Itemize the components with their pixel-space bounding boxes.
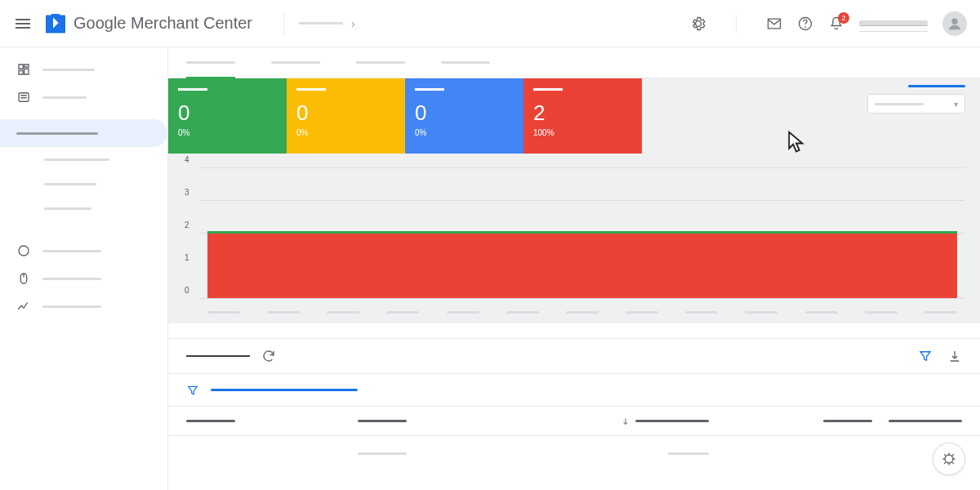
- y-tick: 4: [185, 155, 189, 164]
- sidebar-subitem-2[interactable]: [0, 172, 167, 196]
- kpi-label: [178, 88, 207, 91]
- kpi-label: [296, 88, 326, 91]
- circle-icon: [16, 243, 31, 258]
- sidebar-item-label: [16, 132, 98, 135]
- column-header[interactable]: [186, 420, 358, 422]
- kpi-percent: 100%: [533, 128, 632, 137]
- tab-label: [271, 61, 320, 64]
- filter-icon[interactable]: [918, 349, 933, 363]
- filter-icon[interactable]: [186, 384, 199, 397]
- dropdown-label: [875, 103, 924, 105]
- tab-label: [441, 61, 490, 64]
- bar-disapproved: [207, 234, 957, 299]
- mouse-icon: [16, 271, 31, 286]
- sidebar-item-label: [42, 69, 95, 71]
- app-logo[interactable]: Google Merchant Center: [46, 14, 252, 33]
- sidebar-item-marketing[interactable]: [0, 237, 167, 265]
- download-icon[interactable]: [947, 349, 962, 363]
- trend-icon: [16, 299, 31, 314]
- breadcrumb[interactable]: ›: [299, 17, 363, 30]
- svg-point-7: [945, 455, 953, 463]
- chart-controls: ▾: [867, 85, 965, 114]
- issues-table-header: [168, 407, 980, 436]
- column-header[interactable]: [872, 420, 962, 422]
- tab-2[interactable]: [271, 47, 320, 78]
- hamburger-menu-icon[interactable]: [13, 14, 33, 33]
- active-filter-row: [168, 374, 980, 407]
- svg-point-1: [804, 26, 806, 28]
- sidebar-subitem-3[interactable]: [0, 196, 167, 220]
- svg-rect-3: [19, 93, 29, 102]
- column-header[interactable]: [358, 420, 529, 422]
- y-tick: 3: [185, 188, 189, 197]
- line-active: [207, 231, 957, 234]
- sidebar-nav: [0, 47, 168, 490]
- sidebar-item-label: [42, 250, 101, 252]
- header-actions: 2: [690, 11, 967, 36]
- y-tick: 2: [185, 220, 189, 229]
- kpi-card-pending[interactable]: 0 0%: [287, 78, 405, 154]
- tab-label: [186, 61, 235, 64]
- breadcrumb-item: [299, 22, 343, 24]
- search-input[interactable]: [859, 20, 928, 26]
- column-header[interactable]: [709, 420, 872, 422]
- section-title: [186, 355, 250, 357]
- sidebar-item-products[interactable]: [0, 83, 167, 111]
- bell-icon[interactable]: 2: [828, 16, 844, 32]
- kpi-card-disapproved[interactable]: 2 100%: [523, 78, 642, 154]
- sidebar-subitem-1[interactable]: [0, 147, 167, 172]
- app-header: Google Merchant Center › 2: [0, 0, 980, 47]
- status-chart: 0 1 2 3 4: [199, 160, 965, 323]
- tab-4[interactable]: [441, 47, 490, 78]
- notification-badge: 2: [838, 12, 849, 24]
- dashboard-icon: [16, 62, 31, 77]
- chevron-right-icon: ›: [351, 17, 355, 30]
- y-tick: 0: [185, 286, 189, 295]
- arrow-down-icon: [621, 416, 630, 426]
- gear-icon[interactable]: [690, 16, 706, 32]
- sidebar-item-label: [42, 96, 87, 99]
- sidebar-item-dashboard[interactable]: [0, 56, 167, 83]
- tab-label: [356, 61, 405, 64]
- kpi-card-expiring[interactable]: 0 0%: [405, 78, 523, 154]
- feedback-fab[interactable]: [933, 443, 965, 475]
- user-avatar[interactable]: [942, 11, 967, 36]
- sub-tabs: [168, 47, 980, 78]
- date-range-dropdown[interactable]: ▾: [867, 94, 965, 114]
- kpi-card-active[interactable]: 0 0%: [168, 78, 287, 154]
- kpi-chart-panel: 0 0% 0 0% 0 0% 2 100%: [168, 78, 980, 323]
- kpi-percent: 0%: [296, 128, 395, 137]
- sidebar-item-label: [44, 158, 109, 161]
- bug-icon: [941, 451, 957, 467]
- sidebar-item-label: [42, 278, 101, 280]
- caret-down-icon: ▾: [954, 100, 958, 109]
- help-icon[interactable]: [797, 16, 813, 32]
- separator: [283, 12, 284, 35]
- chart-link[interactable]: [908, 85, 965, 87]
- kpi-label: [415, 88, 444, 91]
- column-header-sorted[interactable]: [529, 416, 709, 426]
- separator: [736, 15, 737, 33]
- mail-icon[interactable]: [766, 16, 782, 32]
- kpi-label: [533, 88, 563, 91]
- y-tick: 1: [185, 253, 189, 262]
- app-title: Google Merchant Center: [74, 14, 252, 33]
- list-icon: [16, 90, 31, 105]
- refresh-icon[interactable]: [261, 349, 276, 363]
- sidebar-item-label: [44, 207, 91, 210]
- sidebar-item-diagnostics[interactable]: [0, 119, 167, 147]
- x-axis: [207, 311, 957, 314]
- sidebar-item-label: [44, 183, 96, 185]
- chart-bars: [207, 160, 957, 299]
- sidebar-item-growth[interactable]: [0, 265, 167, 292]
- kpi-percent: 0%: [415, 128, 514, 137]
- table-row[interactable]: [168, 436, 980, 470]
- sidebar-item-performance[interactable]: [0, 292, 167, 320]
- tab-1[interactable]: [186, 47, 235, 78]
- merchant-tag-icon: [46, 14, 65, 33]
- filter-chip[interactable]: [211, 389, 358, 391]
- kpi-cards: 0 0% 0 0% 0 0% 2 100%: [168, 78, 980, 154]
- kpi-value: 0: [296, 102, 395, 123]
- kpi-percent: 0%: [178, 128, 277, 137]
- tab-3[interactable]: [356, 47, 405, 78]
